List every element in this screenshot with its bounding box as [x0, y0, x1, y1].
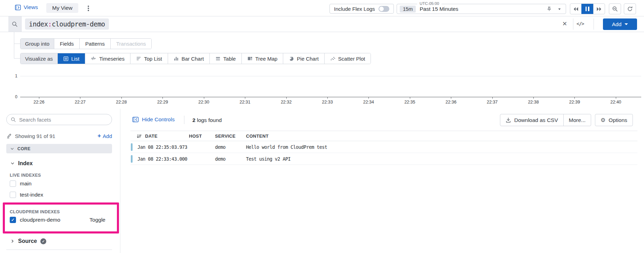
pause-icon: [586, 7, 589, 11]
tab-fields[interactable]: Fields: [54, 39, 79, 49]
time-range-picker[interactable]: UTC-05:00 15m Past 15 Minutes: [397, 4, 566, 14]
logs-explorer-page: Views My View Include Flex Logs UTC-05:0…: [0, 0, 644, 253]
facet-source-header[interactable]: Source ✓: [10, 238, 46, 244]
views-button[interactable]: Views: [15, 4, 38, 10]
x-axis-tick: 22:40: [602, 97, 630, 105]
connector-line: [14, 32, 14, 59]
column-header-date[interactable]: DATE: [145, 131, 158, 141]
index-checkbox-row-main[interactable]: main: [10, 181, 32, 187]
add-button-label: Add: [612, 21, 622, 28]
views-panel-icon: [15, 5, 21, 10]
search-query-token[interactable]: index:cloudprem-demo: [25, 18, 109, 30]
rewind-icon: [573, 7, 579, 12]
facet-search-box: [6, 114, 112, 125]
timeseries-icon: [91, 56, 96, 61]
tab-list[interactable]: List: [57, 53, 85, 64]
edit-pencil-icon[interactable]: [6, 133, 12, 139]
chevron-down-icon: [10, 161, 15, 166]
x-axis-tick: 22:28: [108, 97, 135, 105]
rewind-button[interactable]: [570, 4, 581, 14]
options-label: Options: [609, 117, 627, 123]
log-service: demo: [215, 153, 225, 165]
log-row[interactable]: Jan 08 22:33:43.000 demo Test using v2 A…: [130, 153, 637, 165]
sort-descending-icon[interactable]: [136, 133, 142, 139]
fast-forward-icon: [596, 7, 602, 12]
tab-tree-map[interactable]: Tree Map: [241, 53, 283, 64]
y-axis-tick: 0: [10, 94, 17, 99]
tab-patterns[interactable]: Patterns: [79, 39, 110, 49]
x-axis-labels: 22:26 22:27 22:28 22:29 22:30 22:31 22:3…: [25, 97, 630, 105]
column-header-host[interactable]: HOST: [189, 131, 202, 141]
index-checkbox-row-cloudprem-demo[interactable]: ✓ cloudprem-demo Toggle: [10, 217, 105, 223]
facet-index-header[interactable]: Index: [10, 160, 33, 167]
pin-icon[interactable]: [547, 6, 552, 12]
tab-my-view[interactable]: My View: [46, 3, 78, 13]
code-view-toggle[interactable]: </>: [577, 21, 584, 26]
log-service: demo: [215, 141, 225, 153]
download-csv-button[interactable]: Download as CSV: [500, 114, 563, 126]
refresh-icon: [627, 6, 633, 12]
checkbox-cloudprem-demo[interactable]: ✓: [10, 217, 16, 223]
tab-label: Tree Map: [255, 56, 278, 62]
bar-chart-icon: [174, 56, 179, 61]
flex-logs-label: Include Flex Logs: [334, 6, 375, 12]
log-content: Test using v2 API: [246, 153, 291, 165]
hide-controls-button[interactable]: Hide Controls: [132, 116, 175, 123]
add-facet-label: Add: [103, 133, 112, 139]
gear-icon: ⚙: [601, 117, 605, 123]
tab-bar-chart[interactable]: Bar Chart: [168, 53, 209, 64]
facet-group-core[interactable]: CORE: [6, 144, 112, 153]
options-button[interactable]: ⚙ Options: [595, 114, 633, 126]
tab-label: Top List: [144, 56, 162, 62]
refresh-button[interactable]: [624, 3, 636, 14]
tab-top-list[interactable]: Top List: [130, 53, 168, 64]
visualize-as-tabs: Visualize as List Timeseries Top List Ba: [20, 53, 371, 64]
x-axis-tick: 22:33: [313, 97, 341, 105]
tab-scatter-plot[interactable]: Scatter Plot: [324, 53, 371, 64]
chevron-right-icon: [10, 239, 15, 243]
more-button[interactable]: More...: [563, 114, 591, 126]
tab-pie-chart[interactable]: Pie Chart: [283, 53, 324, 64]
list-icon: [63, 56, 69, 61]
export-button-group: Download as CSV More...: [500, 114, 591, 126]
flex-logs-toggle[interactable]: [379, 6, 389, 12]
kebab-menu-icon[interactable]: [88, 8, 89, 9]
zoom-out-button[interactable]: [609, 3, 621, 14]
my-view-label: My View: [52, 5, 72, 11]
checkbox-main[interactable]: [10, 181, 16, 187]
add-facet-button[interactable]: + Add: [97, 132, 112, 139]
checkbox-label: test-index: [20, 192, 43, 198]
clear-query-button[interactable]: ✕: [562, 20, 567, 28]
x-axis-tick: 22:39: [560, 97, 588, 105]
add-button[interactable]: Add: [603, 18, 637, 30]
column-header-content[interactable]: CONTENT: [246, 131, 269, 141]
x-axis-tick: 22:27: [66, 97, 94, 105]
tab-label: Timeseries: [99, 56, 125, 62]
facet-search-input[interactable]: [19, 115, 108, 124]
log-row[interactable]: Jan 08 22:35:03.973 demo Hello world fro…: [130, 141, 637, 153]
toggle-action[interactable]: Toggle: [89, 217, 105, 223]
sidebar-bottom-divider: [6, 250, 112, 250]
tab-table[interactable]: Table: [209, 53, 241, 64]
index-checkbox-row-test-index[interactable]: test-index: [10, 192, 43, 198]
chevron-down-icon[interactable]: [557, 7, 562, 11]
playback-controls: [570, 3, 605, 14]
gridline: [20, 76, 641, 76]
tab-timeseries[interactable]: Timeseries: [85, 53, 130, 64]
download-csv-label: Download as CSV: [514, 117, 558, 123]
chevron-down-icon: [625, 23, 628, 25]
fast-forward-button[interactable]: [593, 4, 605, 14]
pause-button[interactable]: [581, 4, 593, 14]
query-field: index: [29, 20, 48, 28]
search-icon: [11, 117, 16, 122]
x-axis-tick: 22:29: [149, 97, 176, 105]
live-indexes-label: LIVE INDEXES: [10, 173, 41, 178]
facet-index-title: Index: [18, 160, 33, 167]
search-icon-cell: [8, 16, 22, 32]
search-icon: [12, 21, 18, 27]
query-value: cloudprem-demo: [52, 20, 105, 28]
checkbox-test-index[interactable]: [10, 192, 16, 198]
connector-line: [14, 58, 20, 59]
chevron-down-icon: [10, 147, 14, 151]
column-header-service[interactable]: SERVICE: [215, 131, 236, 141]
